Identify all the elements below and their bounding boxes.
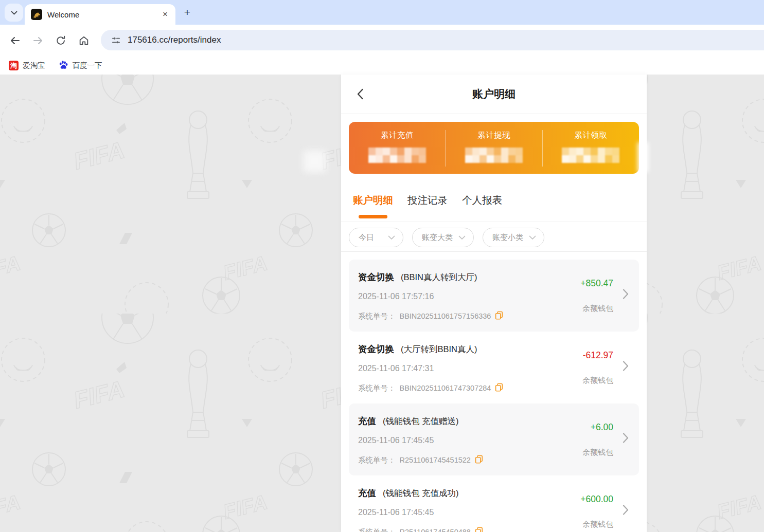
blurred-value	[368, 148, 426, 163]
blur-artifact	[637, 142, 649, 172]
filter-label: 今日	[359, 233, 374, 243]
order-number-label: 系统单号：	[358, 455, 396, 465]
wallet-label: 余额钱包	[582, 448, 613, 457]
blur-artifact	[304, 151, 326, 172]
summary-label: 累计领取	[543, 130, 639, 141]
transaction-type: 资金切换(大厅转到BBIN真人)	[358, 343, 477, 355]
tab-personal-report[interactable]: 个人报表	[462, 193, 502, 209]
bookmark-label: 百度一下	[73, 61, 102, 70]
back-navigation-button[interactable]	[357, 88, 368, 100]
chevron-right-icon	[623, 360, 629, 374]
browser-toolbar: 175616.cc/reports/index	[0, 25, 764, 57]
panel-header: 账户明细	[341, 75, 647, 114]
chevron-right-icon	[623, 288, 629, 302]
chevron-down-icon	[529, 235, 536, 240]
blurred-value	[465, 148, 523, 163]
back-button[interactable]	[7, 33, 23, 48]
transaction-amount: -612.97	[583, 350, 613, 361]
transaction-subtitle: (大厅转到BBIN真人)	[401, 344, 477, 354]
order-number-label: 系统单号：	[358, 383, 396, 393]
transaction-row[interactable]: 充值(钱能钱包 充值成功)2025-11-06 17:45:45系统单号：R25…	[349, 475, 639, 532]
summary-total-claimed: 累计领取	[542, 130, 639, 167]
order-number-value: R2511061745451522	[400, 456, 471, 464]
back-chevron-icon	[357, 88, 364, 100]
divider	[341, 251, 647, 252]
summary-total-withdraw: 累计提现	[445, 130, 542, 167]
transaction-datetime: 2025-11-06 17:57:16	[358, 292, 434, 301]
transaction-row[interactable]: 充值(钱能钱包 充值赠送)2025-11-06 17:45:45系统单号：R25…	[349, 403, 639, 475]
transaction-subtitle: (钱能钱包 充值赠送)	[383, 416, 459, 426]
copy-icon[interactable]	[495, 383, 503, 393]
order-number-label: 系统单号：	[358, 311, 396, 321]
divider	[341, 221, 647, 222]
url-bar[interactable]: 175616.cc/reports/index	[101, 30, 764, 50]
blurred-value	[562, 148, 619, 163]
tab-title: Welcome	[47, 10, 160, 19]
bookmark-label: 爱淘宝	[23, 61, 45, 70]
copy-icon[interactable]	[475, 455, 483, 465]
browser-tab-strip: Welcome × +	[0, 0, 764, 25]
transaction-order-number: 系统单号：R2511061745450488	[358, 527, 483, 532]
reload-icon	[55, 35, 66, 46]
site-settings-icon[interactable]	[108, 32, 123, 48]
bookmark-baidu[interactable]: 百度一下	[59, 60, 102, 71]
forward-button[interactable]	[30, 33, 46, 48]
transaction-row[interactable]: 资金切换(BBIN真人转到大厅)2025-11-06 17:57:16系统单号：…	[349, 260, 639, 332]
home-icon	[78, 35, 90, 46]
tab-search-button[interactable]	[5, 4, 23, 22]
chevron-down-icon	[388, 235, 395, 240]
forward-arrow-icon	[32, 34, 44, 47]
transaction-subtitle: (BBIN真人转到大厅)	[401, 272, 477, 282]
transaction-type: 充值(钱能钱包 充值赠送)	[358, 415, 459, 427]
order-number-value: BBIN202511061757156336	[400, 312, 491, 320]
transaction-type: 充值(钱能钱包 充值成功)	[358, 487, 459, 499]
filter-major-category-dropdown[interactable]: 账变大类	[412, 228, 474, 247]
transaction-row[interactable]: 资金切换(大厅转到BBIN真人)2025-11-06 17:47:31系统单号：…	[349, 332, 639, 403]
tab-close-icon[interactable]: ×	[160, 9, 170, 20]
tab-label: 账户明细	[353, 194, 393, 206]
chevron-right-icon	[623, 504, 629, 518]
new-tab-button[interactable]: +	[181, 7, 193, 19]
chevron-right-icon	[623, 432, 629, 446]
chevron-down-icon	[458, 235, 466, 240]
url-text: 175616.cc/reports/index	[128, 35, 221, 45]
page-background: FIFA FIFA FIFA 账户明细 累计充值	[0, 75, 764, 532]
filter-minor-category-dropdown[interactable]: 账变小类	[483, 228, 544, 247]
screen: { "browser": { "tab_title": "Welcome", "…	[0, 0, 764, 532]
tab-label: 个人报表	[462, 194, 502, 206]
transaction-order-number: 系统单号：R2511061745451522	[358, 455, 483, 465]
active-tab-indicator	[359, 215, 387, 218]
tab-bet-records[interactable]: 投注记录	[407, 193, 448, 209]
transaction-datetime: 2025-11-06 17:45:45	[358, 508, 434, 517]
tab-label: 投注记录	[407, 194, 448, 206]
taobao-icon: 淘	[9, 61, 19, 70]
filter-label: 账变大类	[422, 233, 453, 243]
bookmarks-bar: 淘 爱淘宝 百度一下	[0, 57, 764, 75]
transaction-type: 资金切换(BBIN真人转到大厅)	[358, 271, 477, 283]
wallet-label: 余额钱包	[582, 304, 613, 314]
filter-bar: 今日 账变大类 账变小类	[349, 228, 544, 247]
transaction-subtitle: (钱能钱包 充值成功)	[383, 488, 459, 498]
summary-total-deposit: 累计充值	[349, 130, 445, 167]
baidu-icon	[59, 60, 68, 71]
section-tabs: 账户明细 投注记录 个人报表	[353, 193, 502, 209]
transaction-datetime: 2025-11-06 17:47:31	[358, 364, 434, 373]
transaction-amount: +6.00	[591, 422, 613, 433]
summary-label: 累计充值	[349, 130, 445, 141]
transaction-order-number: 系统单号：BBIN202511061747307284	[358, 383, 503, 393]
order-number-value: R2511061745450488	[400, 528, 471, 532]
account-detail-panel: 账户明细 累计充值 累计提现 累计领取 账户明细 投注记录	[341, 75, 647, 532]
copy-icon[interactable]	[495, 311, 503, 321]
transaction-amount: +850.47	[580, 278, 613, 289]
copy-icon[interactable]	[475, 527, 483, 532]
tab-account-detail[interactable]: 账户明细	[353, 193, 393, 209]
transaction-datetime: 2025-11-06 17:45:45	[358, 436, 434, 445]
summary-label: 累计提现	[446, 130, 542, 141]
chevron-down-icon	[11, 8, 17, 17]
reload-button[interactable]	[53, 33, 68, 48]
home-button[interactable]	[76, 33, 92, 48]
bookmark-taobao[interactable]: 淘 爱淘宝	[9, 61, 45, 70]
browser-tab[interactable]: Welcome ×	[25, 4, 175, 25]
transaction-order-number: 系统单号：BBIN202511061757156336	[358, 311, 503, 321]
filter-date-dropdown[interactable]: 今日	[349, 228, 403, 247]
